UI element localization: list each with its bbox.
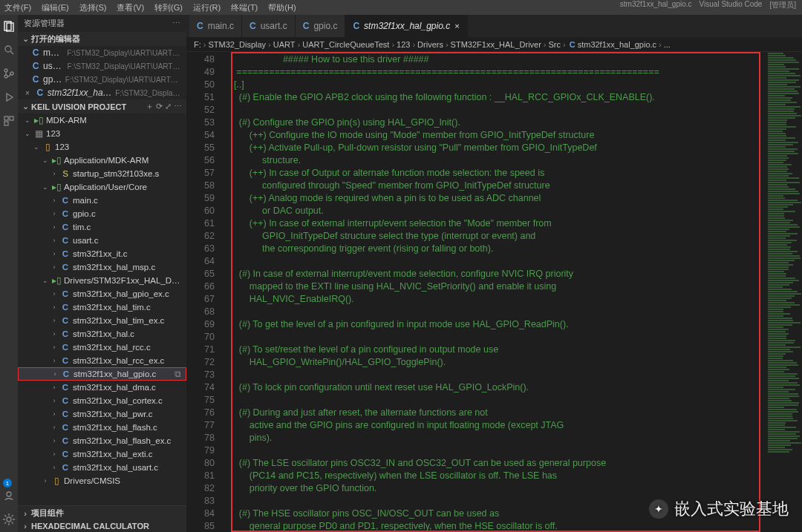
chevron-icon: › — [50, 237, 58, 244]
tree-item[interactable]: ›Cstm32f1xx_it.c — [18, 247, 186, 260]
tree-item[interactable]: ›Cmain.c — [18, 194, 186, 207]
c-file-icon: C — [60, 396, 71, 405]
open-editor-item[interactable]: Cusart.cF:\STM32_Display\UART\UART_Circl… — [18, 59, 186, 73]
breadcrumb-item[interactable]: F: — [194, 40, 201, 49]
tree-item[interactable]: ›Cstm32f1xx_hal_pwr.c — [18, 407, 186, 421]
tree-item[interactable]: ⌄▦123 — [18, 127, 186, 140]
tree-item[interactable]: ⌄▸▯Drivers/STM32F1xx_HAL_Driver — [18, 274, 186, 287]
menu-item[interactable]: 文件(F) — [4, 2, 31, 13]
c-file-icon: C — [60, 436, 71, 445]
tree-item[interactable]: ›Cstm32f1xx_hal_rcc.c — [18, 341, 186, 354]
c-file-icon: C — [570, 40, 576, 49]
breadcrumb-item[interactable]: UART_CircleQueueTest — [302, 40, 389, 49]
chevron-icon: ⌄ — [24, 130, 31, 137]
tree-item[interactable]: ›Cstm32f1xx_hal.c — [18, 327, 186, 341]
menu-item[interactable]: 帮助(H) — [268, 2, 296, 13]
tree-item[interactable]: ⌄▯123 — [18, 140, 186, 154]
c-file-icon: C — [60, 463, 71, 472]
tree-item[interactable]: ›Cstm32f1xx_hal_gpio.c⧉ — [18, 367, 186, 381]
c-file-icon: C — [60, 196, 71, 205]
editor-tab[interactable]: Cgpio.c — [296, 15, 346, 37]
tree-item[interactable]: ›Cstm32f1xx_hal_msp.c — [18, 260, 186, 274]
c-file-icon: C — [60, 209, 71, 218]
menu-item[interactable]: 运行(R) — [193, 2, 221, 13]
menu-item[interactable]: 终端(T) — [231, 2, 258, 13]
section-project[interactable]: ⌄KEIL UVISION PROJECT＋ ⟳ ⤢ ⋯ — [18, 99, 186, 114]
tree-item[interactable]: ›Cstm32f1xx_hal_cortex.c — [18, 394, 186, 407]
svg-point-9 — [7, 492, 11, 496]
tree-item[interactable]: ›▯Drivers/CMSIS — [18, 474, 186, 487]
menu-item[interactable]: 转到(G) — [154, 2, 183, 13]
breadcrumb-item[interactable]: Drivers — [417, 40, 443, 49]
tree-item[interactable]: ›Cstm32f1xx_hal_exti.c — [18, 447, 186, 461]
debug-icon[interactable] — [2, 91, 16, 104]
breadcrumb-item[interactable]: STM32F1xx_HAL_Driver — [451, 40, 541, 49]
section-open-editors[interactable]: ⌄打开的编辑器 — [18, 32, 186, 46]
c-file-icon: C — [60, 236, 71, 245]
settings-icon[interactable] — [2, 513, 16, 526]
svg-point-2 — [5, 46, 11, 52]
tree-item[interactable]: ⌄▸▯MDK-ARM — [18, 114, 186, 127]
code-editor[interactable]: ##### How to use this driver ##### =====… — [224, 52, 765, 532]
section-outline[interactable]: ›项目组件 — [18, 505, 186, 520]
scm-icon[interactable] — [2, 67, 16, 80]
tree-item[interactable]: ›Cusart.c — [18, 234, 186, 247]
close-icon[interactable]: × — [25, 89, 30, 97]
tree-item[interactable]: ›Cstm32f1xx_hal_flash.c — [18, 421, 186, 434]
breadcrumb-item[interactable]: Src — [549, 40, 561, 49]
tree-item[interactable]: ⌄▸▯Application/MDK-ARM — [18, 154, 186, 167]
chevron-icon: › — [50, 410, 58, 418]
tree-item[interactable]: ›Cstm32f1xx_hal_tim.c — [18, 301, 186, 314]
breadcrumb-item[interactable]: 123 — [397, 40, 410, 49]
menu-item[interactable]: 查看(V) — [117, 2, 144, 13]
tree-item[interactable]: ›Sstartup_stm32f103xe.s — [18, 167, 186, 180]
close-icon[interactable]: × — [454, 22, 459, 30]
tree-item[interactable]: ⌄▸▯Application/User/Core — [18, 180, 186, 194]
breadcrumb[interactable]: F:›STM32_Display›UART›UART_CircleQueueTe… — [186, 37, 802, 52]
breadcrumb-item[interactable]: UART — [273, 40, 296, 49]
chevron-icon: ⌄ — [42, 183, 49, 191]
tree-item[interactable]: ›Cgpio.c — [18, 207, 186, 220]
extensions-icon[interactable] — [2, 114, 16, 128]
notification-badge: 1 — [3, 479, 12, 487]
breadcrumb-item[interactable]: stm32f1xx_hal_gpio.c — [578, 40, 656, 49]
line-numbers: 4849505152535455565758596061626364656667… — [186, 52, 224, 532]
breadcrumb-item[interactable]: STM32_Display — [208, 40, 266, 49]
tree-item[interactable]: ›Ctim.c — [18, 220, 186, 234]
open-editor-item[interactable]: Cgpio.cF:\STM32_Display\UART\UART_Circle… — [18, 73, 186, 86]
menu-item[interactable]: 编辑(E) — [42, 2, 69, 13]
tree-item[interactable]: ›Cstm32f1xx_hal_gpio_ex.c — [18, 287, 186, 301]
tree-item[interactable]: ›Cstm32f1xx_hal_dma.c — [18, 381, 186, 394]
svg-point-3 — [4, 69, 7, 72]
c-file-icon: C — [60, 383, 71, 392]
sidebar-header: 资源管理器 ⋯ — [18, 15, 186, 32]
account-icon[interactable] — [2, 489, 16, 502]
editor-tab[interactable]: Cmain.c — [189, 15, 242, 37]
open-editor-item[interactable]: ×Cstm32f1xx_hal_gpio.cF:\STM32_Display\U… — [18, 86, 186, 99]
open-editor-item[interactable]: Cmain.cF:\STM32_Display\UART\UART_Circle… — [18, 46, 186, 59]
breadcrumb-item[interactable]: ... — [664, 40, 671, 49]
action-icon[interactable]: ⧉ — [175, 370, 181, 379]
chevron-icon: ⌄ — [42, 277, 49, 284]
c-file-icon: C — [60, 423, 71, 432]
folder-icon: ▯ — [42, 142, 53, 152]
window-title: stm32f1xx_hal_gpio.cVisual Studio Code[管… — [620, 0, 796, 10]
c-file-icon: C — [60, 249, 71, 258]
chevron-icon: › — [50, 384, 58, 391]
c-file-icon: C — [60, 303, 71, 312]
editor-tab[interactable]: Cstm32f1xx_hal_gpio.c× — [345, 15, 467, 37]
tree-item[interactable]: ›Cstm32f1xx_hal_rcc_ex.c — [18, 354, 186, 367]
tree-item[interactable]: ›Cstm32f1xx_hal_tim_ex.c — [18, 314, 186, 327]
tree-item[interactable]: ›Cstm32f1xx_hal_usart.c — [18, 461, 186, 474]
editor-tab[interactable]: Cusart.c — [242, 15, 296, 37]
c-file-icon: C — [60, 410, 71, 418]
chevron-icon: › — [51, 370, 59, 378]
menu-item[interactable]: 选择(S) — [79, 2, 107, 13]
search-icon[interactable] — [2, 43, 16, 56]
minimap[interactable] — [765, 52, 802, 532]
section-hexcalc[interactable]: ›HEXADECIMAL CALCULATOR — [18, 520, 186, 532]
folder-icon: ▯ — [51, 476, 62, 486]
chevron-icon: › — [50, 437, 58, 444]
tree-item[interactable]: ›Cstm32f1xx_hal_flash_ex.c — [18, 434, 186, 447]
explorer-icon[interactable] — [2, 19, 16, 33]
